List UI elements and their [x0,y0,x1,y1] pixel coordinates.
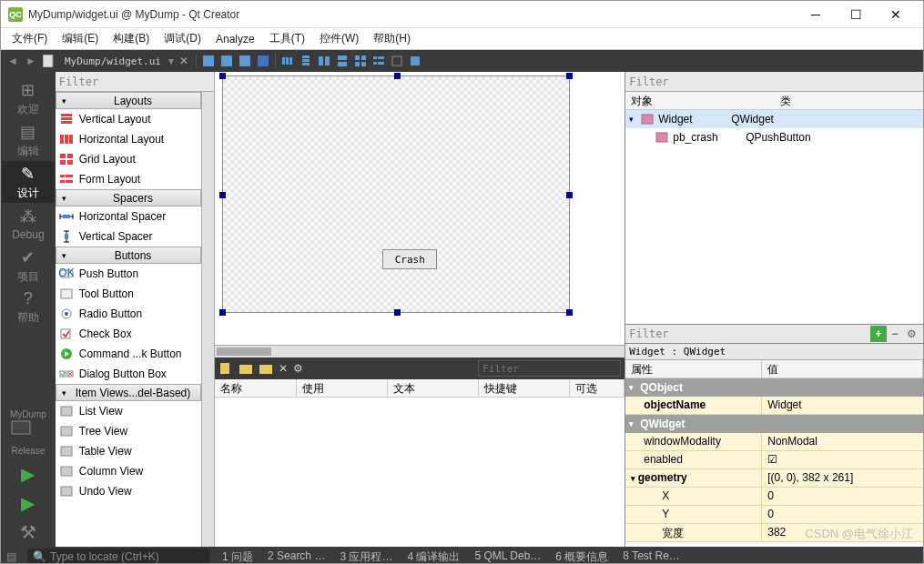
widget-item[interactable]: Command ...k Button [56,344,201,364]
mode-编辑[interactable]: ▤编辑 [2,119,55,161]
property-row[interactable]: X0 [625,488,923,506]
layout-hsplit-icon[interactable] [316,53,332,69]
category-header[interactable]: ▾Spacers [56,189,201,206]
menu-item[interactable]: 工具(T) [262,29,312,48]
widget-item[interactable]: Dialog Button Box [56,364,201,384]
widget-item[interactable]: List View [56,401,201,421]
column-header[interactable]: 快捷键 [479,379,570,397]
mode-设计[interactable]: ✎设计 [2,161,55,203]
column-header[interactable]: 对象 [625,92,774,109]
crash-button[interactable]: Crash [382,249,437,269]
object-filter[interactable]: Filter [625,72,923,92]
property-category[interactable]: ▾QWidget [625,415,923,433]
menu-item[interactable]: 控件(W) [312,29,366,48]
status-pane[interactable]: 8 Test Re… [615,549,686,565]
mode-帮助[interactable]: ?帮助 [2,287,55,328]
close-button[interactable]: ✕ [876,2,916,27]
forward-icon[interactable]: ► [23,53,39,69]
folder2-icon[interactable] [259,361,273,376]
maximize-button[interactable]: ☐ [836,2,876,27]
layout-vsplit-icon[interactable] [334,53,350,69]
column-header[interactable]: 使用 [297,379,388,397]
widget-item[interactable]: Table View [56,441,201,461]
status-pane[interactable]: 5 QML Deb… [467,549,548,565]
category-header[interactable]: ▾Layouts [56,92,201,109]
back-icon[interactable]: ◄ [5,53,21,69]
property-row[interactable]: windowModalityNonModal [625,433,923,451]
widget-item[interactable]: Tree View [56,421,201,441]
scrollbar[interactable] [201,92,214,547]
status-pane[interactable]: 4 编译输出 [400,549,467,565]
property-filter[interactable]: Filter [629,327,870,340]
status-pane[interactable]: 2 Search … [260,549,332,565]
column-header[interactable]: 可选 [570,379,624,397]
break-layout-icon[interactable] [389,53,405,69]
widget-item[interactable]: Tool Button [56,284,201,304]
widget-item[interactable]: Grid Layout [56,149,201,169]
close-file-icon[interactable]: ✕ [176,53,192,69]
property-row[interactable]: Y0 [625,506,923,524]
toggle-sidebar-icon[interactable]: ▤ [1,550,22,563]
mode-欢迎[interactable]: ⊞欢迎 [2,77,55,119]
locator-input[interactable]: 🔍 Type to locate (Ctrl+K) [27,549,209,564]
delete-icon[interactable]: ✕ [279,362,288,375]
object-row[interactable]: ▾WidgetQWidget [625,110,923,128]
object-row[interactable]: pb_crashQPushButton [625,128,923,146]
h-scrollbar[interactable] [215,345,624,358]
widget-item[interactable]: Form Layout [56,169,201,189]
menu-item[interactable]: 编辑(E) [55,29,106,48]
action-filter[interactable] [478,360,621,377]
edit-buddies-icon[interactable] [237,53,253,69]
widget-item[interactable]: Radio Button [56,304,201,324]
menu-item[interactable]: 构建(B) [106,29,157,48]
wrench-icon[interactable]: ⚙ [903,326,919,342]
widget-item[interactable]: OKPush Button [56,264,201,284]
run-button[interactable]: ▶ [14,459,43,488]
property-category[interactable]: ▾QObject [625,378,923,397]
status-pane[interactable]: 3 应用程… [332,549,400,565]
layout-grid-icon[interactable] [352,53,369,69]
edit-tab-order-icon[interactable] [255,53,271,69]
category-header[interactable]: ▾Buttons [56,247,201,264]
menu-item[interactable]: 调试(D) [157,29,208,48]
project-selector[interactable]: MyDumpRelease [6,406,50,459]
widget-item[interactable]: Undo View [56,481,201,501]
widgetbox-filter[interactable]: Filter [56,72,214,92]
folder-icon[interactable] [239,361,253,376]
property-row[interactable]: ▾ geometry[(0, 0), 382 x 261] [625,469,923,488]
widget-item[interactable]: Column View [56,461,201,481]
status-pane[interactable]: 1 问题 [215,549,260,565]
layout-form-icon[interactable] [371,53,387,69]
widget-item[interactable]: Check Box [56,324,201,344]
menu-item[interactable]: 文件(F) [5,29,55,48]
widget-item[interactable]: Horizontal Layout [56,129,201,149]
widget-item[interactable]: Horizontal Spacer [56,206,201,227]
remove-prop-icon[interactable]: − [887,326,903,342]
menu-item[interactable]: 帮助(H) [366,29,418,48]
column-header[interactable]: 文本 [388,379,479,397]
new-action-icon[interactable] [218,361,233,376]
column-header[interactable]: 类 [775,92,923,109]
layout-h-icon[interactable] [279,53,296,69]
canvas[interactable]: Crash [215,72,624,345]
layout-v-icon[interactable] [298,53,314,69]
adjust-size-icon[interactable] [407,53,423,69]
category-header[interactable]: ▾Item Views...del-Based) [56,384,201,401]
mode-Debug[interactable]: ⁂Debug [2,203,55,245]
widget-item[interactable]: Vertical Layout [56,109,201,129]
mode-项目[interactable]: ✔项目 [2,245,55,287]
column-header[interactable]: 名称 [215,379,297,397]
edit-signals-icon[interactable] [218,53,235,69]
menu-item[interactable]: Analyze [208,31,262,47]
property-row[interactable]: 宽度382 [625,524,923,542]
status-pane[interactable]: 6 概要信息 [548,549,615,565]
column-header[interactable]: 值 [762,360,923,378]
property-row[interactable]: objectNameWidget [625,397,923,415]
widget-item[interactable]: Vertical Spacer [56,227,201,247]
debug-button[interactable]: ▶ [14,488,43,518]
edit-widgets-icon[interactable] [200,53,217,69]
form-widget[interactable]: Crash [222,76,570,313]
add-prop-icon[interactable]: + [870,326,887,342]
settings-icon[interactable]: ⚙ [293,362,303,375]
minimize-button[interactable]: ─ [796,2,836,27]
